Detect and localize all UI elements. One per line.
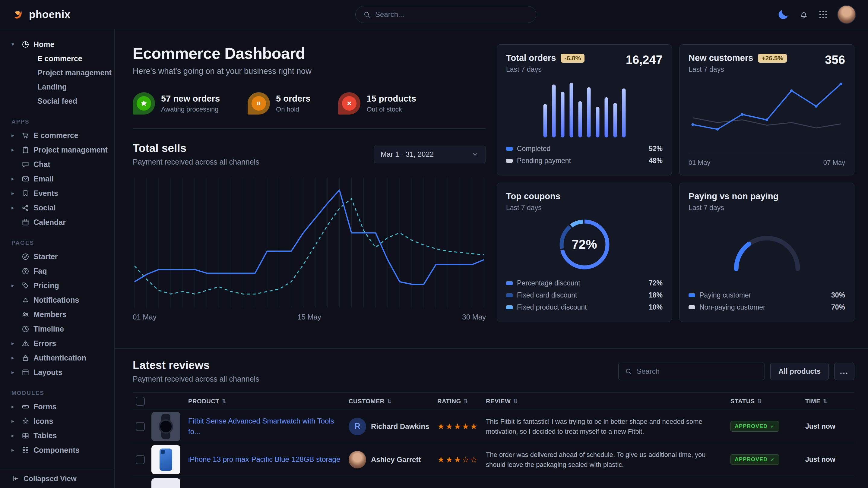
card-title: New customers xyxy=(688,53,753,63)
sidebar-item-members[interactable]: Members xyxy=(0,307,114,322)
column-header-customer[interactable]: CUSTOMER⇅ xyxy=(349,398,437,405)
row-checkbox[interactable] xyxy=(136,455,145,464)
sidebar-item-forms[interactable]: ▸Forms xyxy=(0,399,114,414)
kpi-cards: Total orders -6.8% Last 7 days 16,247 Co… xyxy=(497,44,855,349)
sidebar-item-faq[interactable]: Faq xyxy=(0,264,114,278)
sidebar-subitem-social-feed[interactable]: Social feed xyxy=(0,94,114,108)
top-navbar: phoenix xyxy=(0,0,868,29)
column-header-rating[interactable]: RATING⇅ xyxy=(437,398,486,405)
table-row: iPhone 13 pro max-Pacific Blue-128GB sto… xyxy=(133,443,855,476)
sidebar-item-home[interactable]: ▾Home xyxy=(0,37,114,52)
total-sells-chart: 01 May15 May30 May xyxy=(133,176,486,321)
sidebar-item-pricing[interactable]: ▸Pricing xyxy=(0,278,114,293)
review-text: This Fitbit is fantastic! I was trying t… xyxy=(486,417,725,436)
bookmark-icon xyxy=(22,189,30,197)
sort-icon[interactable]: ⇅ xyxy=(387,398,392,404)
product-thumbnail[interactable] xyxy=(151,412,180,441)
compass-icon xyxy=(22,253,30,261)
sidebar-section-label-apps: APPS xyxy=(11,119,114,125)
apps-grid-button[interactable] xyxy=(818,9,828,20)
chevron-down-icon xyxy=(471,151,479,158)
legend-label: Non-paying customer xyxy=(700,303,766,312)
reviews-subtitle: Payment received across all channels xyxy=(133,375,259,383)
sort-icon[interactable]: ⇅ xyxy=(464,398,468,404)
column-header-review[interactable]: REVIEW⇅ xyxy=(486,398,731,405)
sidebar-item-social[interactable]: ▸Social xyxy=(0,200,114,215)
legend-swatch xyxy=(506,147,513,151)
page-title: Ecommerce Dashboard xyxy=(133,44,486,62)
trend-badge: -6.8% xyxy=(561,54,585,63)
sidebar-item-events[interactable]: ▸Events xyxy=(0,186,114,200)
sidebar-item-e-commerce[interactable]: ▸E commerce xyxy=(0,128,114,142)
row-checkbox[interactable] xyxy=(136,422,145,431)
sidebar-item-timeline[interactable]: Timeline xyxy=(0,322,114,336)
x-axis-label: 01 May xyxy=(133,313,157,321)
legend-value: 30% xyxy=(831,291,845,299)
sidebar-item-starter[interactable]: Starter xyxy=(0,249,114,264)
notifications-button[interactable] xyxy=(799,9,809,20)
caret-icon: ▸ xyxy=(11,418,18,424)
column-header-time[interactable]: TIME⇅ xyxy=(805,398,855,405)
star-solid-icon xyxy=(140,99,148,108)
sidebar-item-components[interactable]: ▸Components xyxy=(0,443,114,457)
rating-stars: ★★★☆☆ xyxy=(437,455,478,464)
date-range-select[interactable]: Mar 1 - 31, 2022 xyxy=(374,145,486,163)
sidebar-item-project-management[interactable]: ▸Project management xyxy=(0,142,114,157)
column-header-status[interactable]: STATUS⇅ xyxy=(731,398,805,405)
review-time: Just now xyxy=(805,455,835,464)
search-icon xyxy=(363,10,371,19)
status-badge: APPROVED✓ xyxy=(731,454,779,465)
column-header-product[interactable]: PRODUCT⇅ xyxy=(188,398,349,405)
customer-avatar: R xyxy=(349,418,366,435)
sidebar-item-tables[interactable]: ▸Tables xyxy=(0,428,114,443)
legend-value: 52% xyxy=(649,145,662,153)
collapse-view-toggle[interactable]: Collapsed View xyxy=(0,469,114,488)
users-icon xyxy=(22,311,30,319)
check-icon: ✓ xyxy=(770,423,775,429)
sidebar-item-email[interactable]: ▸Email xyxy=(0,171,114,186)
sidebar-subitem-project-management[interactable]: Project management xyxy=(0,66,114,80)
caret-icon: ▸ xyxy=(11,369,18,376)
brand-logo[interactable]: phoenix xyxy=(12,8,115,21)
sidebar-item-notifications[interactable]: Notifications xyxy=(0,293,114,307)
theme-toggle-button[interactable] xyxy=(777,8,789,21)
total-sells-subtitle: Payment received across all channels xyxy=(133,158,259,166)
legend-item-pending-payment: Pending payment 48% xyxy=(506,155,662,167)
stat-caption: Awating processing xyxy=(161,105,220,113)
search-input[interactable] xyxy=(375,10,529,19)
sort-icon[interactable]: ⇅ xyxy=(823,398,828,404)
sidebar-item-errors[interactable]: ▸Errors xyxy=(0,336,114,351)
sort-icon[interactable]: ⇅ xyxy=(513,398,518,404)
stat-value: 57 new orders xyxy=(161,94,220,104)
sidebar-subitem-e-commerce[interactable]: E commerce xyxy=(0,52,114,66)
chat-icon xyxy=(22,160,30,168)
sidebar-item-chat[interactable]: Chat xyxy=(0,157,114,171)
product-thumbnail[interactable] xyxy=(151,445,180,474)
product-thumbnail[interactable] xyxy=(151,478,180,488)
sort-icon[interactable]: ⇅ xyxy=(757,398,762,404)
sort-icon[interactable]: ⇅ xyxy=(222,398,226,404)
stat-blob xyxy=(133,92,155,115)
sidebar-item-calendar[interactable]: Calendar xyxy=(0,215,114,229)
card-title: Total orders xyxy=(506,53,556,63)
sidebar-subitem-landing[interactable]: Landing xyxy=(0,80,114,94)
all-products-button[interactable]: All products xyxy=(770,363,829,380)
caret-icon: ▸ xyxy=(11,175,18,182)
legend-swatch xyxy=(688,293,695,297)
reviews-search-input[interactable] xyxy=(637,367,758,376)
x-label-end: 07 May xyxy=(824,159,845,167)
product-link[interactable]: iPhone 13 pro max-Pacific Blue-128GB sto… xyxy=(188,454,340,465)
more-options-button[interactable]: ... xyxy=(834,363,855,380)
legend-value: 72% xyxy=(649,279,662,287)
stat-caption: On hold xyxy=(276,105,310,113)
sidebar-item-icons[interactable]: ▸Icons xyxy=(0,414,114,428)
collapse-icon xyxy=(11,475,19,483)
sidebar-item-layouts[interactable]: ▸Layouts xyxy=(0,365,114,380)
chart-x-axis-labels: 01 May 07 May xyxy=(688,154,845,167)
user-avatar[interactable] xyxy=(837,5,856,24)
product-link[interactable]: Fitbit Sense Advanced Smartwatch with To… xyxy=(188,416,343,437)
sidebar-item-authentication[interactable]: ▸Authentication xyxy=(0,351,114,365)
table-header-row: PRODUCT⇅CUSTOMER⇅RATING⇅REVIEW⇅STATUS⇅TI… xyxy=(133,392,855,410)
select-all-checkbox[interactable] xyxy=(136,397,145,406)
date-range-value: Mar 1 - 31, 2022 xyxy=(381,150,434,159)
